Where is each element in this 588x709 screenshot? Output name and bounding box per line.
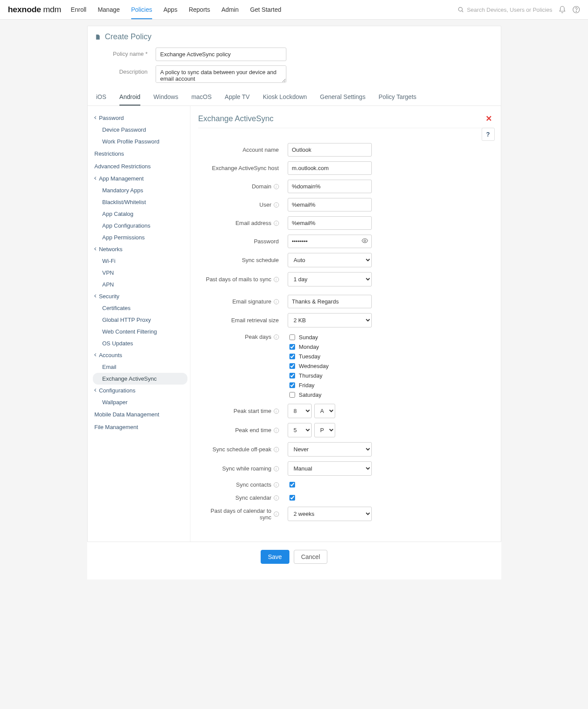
info-icon[interactable]: i bbox=[274, 409, 279, 414]
sidebar-item-global-http-proxy[interactable]: Global HTTP Proxy bbox=[93, 314, 187, 326]
domain-input[interactable] bbox=[288, 180, 372, 193]
peak-day-monday[interactable]: Monday bbox=[288, 343, 329, 351]
peak-start-hour-select[interactable]: 8 bbox=[288, 404, 312, 418]
sidebar-item-wi-fi[interactable]: Wi-Fi bbox=[93, 255, 187, 267]
tab-policy-targets[interactable]: Policy Targets bbox=[378, 90, 416, 106]
info-icon[interactable]: i bbox=[274, 184, 279, 189]
peak-start-ampm-select[interactable]: AM bbox=[314, 404, 335, 418]
close-icon[interactable]: ✕ bbox=[486, 114, 492, 123]
peak-day-checkbox-sunday[interactable] bbox=[289, 334, 295, 340]
tab-macos[interactable]: macOS bbox=[191, 90, 212, 106]
signature-input[interactable] bbox=[288, 295, 372, 308]
topnav-item-policies[interactable]: Policies bbox=[131, 0, 152, 19]
peak-day-checkbox-saturday[interactable] bbox=[289, 392, 295, 398]
sidebar-item-device-password[interactable]: Device Password bbox=[93, 124, 187, 136]
peak-day-friday[interactable]: Friday bbox=[288, 381, 329, 389]
tab-kiosk-lockdown[interactable]: Kiosk Lockdown bbox=[263, 90, 307, 106]
sidebar-item-restrictions[interactable]: Restrictions bbox=[93, 147, 187, 160]
content-help-button[interactable]: ? bbox=[482, 128, 495, 141]
sync-contacts-checkbox[interactable] bbox=[289, 482, 295, 487]
sidebar-item-email[interactable]: Email bbox=[93, 361, 187, 373]
account-name-input[interactable] bbox=[288, 143, 372, 157]
sidebar-section-configurations[interactable]: Configurations bbox=[93, 385, 187, 396]
sidebar-item-work-profile-password[interactable]: Work Profile Password bbox=[93, 136, 187, 147]
topnav-item-admin[interactable]: Admin bbox=[221, 0, 239, 19]
sidebar-item-vpn[interactable]: VPN bbox=[93, 267, 187, 279]
sidebar-item-app-catalog[interactable]: App Catalog bbox=[93, 208, 187, 220]
help-icon[interactable] bbox=[572, 6, 580, 14]
tab-apple-tv[interactable]: Apple TV bbox=[225, 90, 250, 106]
sidebar-item-advanced-restrictions[interactable]: Advanced Restrictions bbox=[93, 160, 187, 173]
email-input[interactable] bbox=[288, 216, 372, 230]
tab-ios[interactable]: iOS bbox=[96, 90, 106, 106]
sidebar-section-security[interactable]: Security bbox=[93, 290, 187, 302]
info-icon[interactable]: i bbox=[274, 495, 279, 501]
sidebar-item-mobile-data-management[interactable]: Mobile Data Management bbox=[93, 408, 187, 421]
topnav-item-reports[interactable]: Reports bbox=[189, 0, 210, 19]
sidebar-item-certificates[interactable]: Certificates bbox=[93, 302, 187, 314]
sidebar-item-blacklist-whitelist[interactable]: Blacklist/Whitelist bbox=[93, 196, 187, 208]
topnav-item-manage[interactable]: Manage bbox=[98, 0, 120, 19]
info-icon[interactable]: i bbox=[274, 511, 279, 517]
info-icon[interactable]: i bbox=[274, 482, 279, 487]
policy-name-input[interactable] bbox=[156, 48, 286, 61]
sidebar-section-accounts[interactable]: Accounts bbox=[93, 349, 187, 361]
notifications-icon[interactable] bbox=[558, 6, 566, 14]
user-input[interactable] bbox=[288, 198, 372, 211]
peak-day-wednesday[interactable]: Wednesday bbox=[288, 362, 329, 370]
search-input[interactable]: Search Devices, Users or Policies bbox=[458, 7, 552, 13]
sidebar-item-file-management[interactable]: File Management bbox=[93, 421, 187, 433]
user-label: Useri bbox=[198, 201, 288, 208]
sidebar-item-os-updates[interactable]: OS Updates bbox=[93, 337, 187, 349]
peak-day-checkbox-wednesday[interactable] bbox=[289, 363, 295, 369]
past-mail-select[interactable]: 1 day bbox=[288, 272, 372, 286]
sidebar-item-mandatory-apps[interactable]: Mandatory Apps bbox=[93, 184, 187, 196]
past-calendar-select[interactable]: 2 weeks bbox=[288, 507, 372, 521]
sync-calendar-checkbox[interactable] bbox=[289, 495, 295, 501]
info-icon[interactable]: i bbox=[274, 221, 279, 226]
sidebar-item-app-permissions[interactable]: App Permissions bbox=[93, 232, 187, 243]
offpeak-select[interactable]: Never bbox=[288, 442, 372, 457]
sync-schedule-select[interactable]: Auto bbox=[288, 253, 372, 267]
peak-day-checkbox-tuesday[interactable] bbox=[289, 354, 295, 359]
peak-day-checkbox-friday[interactable] bbox=[289, 382, 295, 388]
roaming-select[interactable]: Manual bbox=[288, 461, 372, 476]
host-input[interactable] bbox=[288, 161, 372, 175]
sidebar-section-networks[interactable]: Networks bbox=[93, 243, 187, 255]
info-icon[interactable]: i bbox=[274, 428, 279, 433]
tab-general-settings[interactable]: General Settings bbox=[320, 90, 365, 106]
tab-android[interactable]: Android bbox=[119, 90, 140, 106]
peak-end-ampm-select[interactable]: PM bbox=[314, 423, 335, 437]
peak-day-checkbox-monday[interactable] bbox=[289, 344, 295, 350]
policy-desc-input[interactable] bbox=[156, 65, 286, 83]
info-icon[interactable]: i bbox=[274, 202, 279, 208]
info-icon[interactable]: i bbox=[274, 447, 279, 452]
peak-end-hour-select[interactable]: 5 bbox=[288, 423, 312, 437]
sidebar-item-app-configurations[interactable]: App Configurations bbox=[93, 220, 187, 232]
peak-day-checkbox-thursday[interactable] bbox=[289, 373, 295, 378]
sidebar-section-app-management[interactable]: App Management bbox=[93, 173, 187, 184]
sidebar-item-apn[interactable]: APN bbox=[93, 279, 187, 290]
peak-day-thursday[interactable]: Thursday bbox=[288, 372, 329, 380]
peak-day-saturday[interactable]: Saturday bbox=[288, 391, 329, 399]
topnav-item-apps[interactable]: Apps bbox=[163, 0, 177, 19]
peak-day-sunday[interactable]: Sunday bbox=[288, 333, 329, 341]
info-icon[interactable]: i bbox=[274, 299, 279, 304]
policy-meta: Policy name * Description bbox=[88, 46, 501, 83]
topnav-item-enroll[interactable]: Enroll bbox=[71, 0, 86, 19]
info-icon[interactable]: i bbox=[274, 466, 279, 471]
info-icon[interactable]: i bbox=[274, 277, 279, 282]
topnav-item-get-started[interactable]: Get Started bbox=[250, 0, 282, 19]
tab-windows[interactable]: Windows bbox=[153, 90, 178, 106]
password-input[interactable] bbox=[288, 235, 372, 248]
sidebar-item-wallpaper[interactable]: Wallpaper bbox=[93, 396, 187, 408]
retrieval-select[interactable]: 2 KB bbox=[288, 313, 372, 327]
cancel-button[interactable]: Cancel bbox=[294, 550, 328, 564]
sidebar-item-exchange-activesync[interactable]: Exchange ActiveSync bbox=[93, 373, 187, 385]
save-button[interactable]: Save bbox=[261, 550, 289, 564]
sidebar-item-web-content-filtering[interactable]: Web Content Filtering bbox=[93, 326, 187, 337]
info-icon[interactable]: i bbox=[274, 334, 279, 340]
sidebar-section-password[interactable]: Password bbox=[93, 112, 187, 124]
reveal-password-icon[interactable] bbox=[361, 237, 368, 244]
peak-day-tuesday[interactable]: Tuesday bbox=[288, 352, 329, 361]
